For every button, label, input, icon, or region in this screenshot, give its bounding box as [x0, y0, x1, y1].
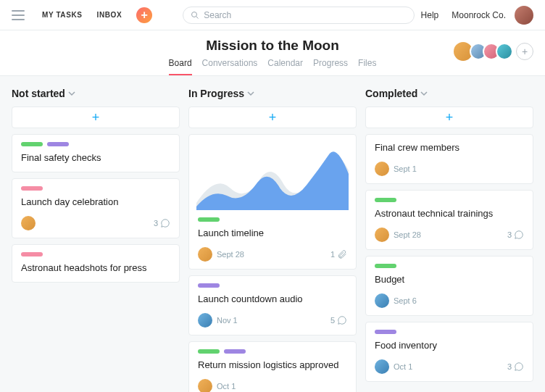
comment-icon: [514, 230, 524, 240]
assignee-avatar: [198, 379, 212, 392]
count: 5: [330, 316, 335, 325]
card-date: Sept 28: [394, 230, 421, 239]
org-name[interactable]: Moonrock Co.: [452, 10, 506, 20]
card-title: Budget: [375, 274, 524, 286]
comment-count: 3: [154, 218, 170, 228]
tab-files[interactable]: Files: [358, 58, 376, 75]
card-date: Oct 1: [217, 382, 236, 391]
project-header: Mission to the Moon Board Conversations …: [0, 30, 545, 76]
card[interactable]: Food inventory Oct 1 3: [365, 322, 533, 382]
card-title: Astronaut headshots for press: [21, 262, 170, 275]
search-input[interactable]: Search: [183, 7, 415, 24]
card-date: Nov 1: [217, 316, 238, 325]
comment-count: 5: [330, 315, 347, 325]
card[interactable]: Return mission logistics approved Oct 1: [188, 341, 357, 392]
avatar[interactable]: [515, 6, 533, 25]
tag-green: [198, 349, 220, 354]
assignee-avatar: [375, 359, 389, 374]
assignee-avatar: [198, 247, 212, 262]
card-title: Launch timeline: [198, 228, 347, 240]
card-date: Sept 6: [394, 296, 417, 305]
attachment-count: 1: [330, 249, 347, 259]
card[interactable]: Launch day celebration 3: [12, 178, 180, 238]
card[interactable]: Final crew members Sept 1: [365, 134, 533, 184]
card-date: Sept 28: [217, 250, 244, 259]
tag-pink: [21, 186, 43, 191]
tab-calendar[interactable]: Calendar: [267, 58, 303, 75]
column-completed: Completed + Final crew members Sept 1 As…: [365, 88, 533, 392]
search-icon: [191, 11, 199, 20]
tab-progress[interactable]: Progress: [313, 58, 348, 75]
svg-point-0: [192, 12, 197, 17]
card-date: Sept 1: [394, 164, 417, 173]
card[interactable]: Budget Sept 6: [365, 256, 533, 316]
add-card-button[interactable]: +: [12, 107, 180, 128]
board: Not started + Final safety checks Launch…: [0, 76, 545, 392]
comment-icon: [160, 218, 170, 228]
assignee-avatar: [198, 313, 212, 328]
column-header[interactable]: In Progress: [188, 88, 357, 99]
assignee-avatar: [375, 162, 389, 176]
count: 3: [154, 219, 158, 228]
column-header[interactable]: Completed: [365, 88, 533, 99]
column-header[interactable]: Not started: [12, 88, 180, 99]
comment-icon: [337, 315, 347, 325]
add-member-button[interactable]: +: [516, 43, 533, 60]
count: 1: [330, 250, 335, 259]
create-button[interactable]: +: [136, 7, 152, 23]
tag-green: [198, 217, 220, 222]
tag-purple: [375, 330, 396, 334]
attachment-icon: [337, 249, 347, 259]
tabs: Board Conversations Calendar Progress Fi…: [12, 58, 533, 75]
card-title: Final crew members: [375, 142, 524, 154]
tag-green: [375, 264, 396, 268]
search-placeholder: Search: [204, 10, 231, 20]
tag-pink: [21, 252, 43, 257]
tab-board[interactable]: Board: [169, 58, 192, 75]
card[interactable]: Final safety checks: [12, 134, 180, 172]
top-nav: MY TASKS INBOX + Search Help Moonrock Co…: [0, 0, 545, 30]
search-wrap: Search: [183, 7, 415, 24]
tab-conversations[interactable]: Conversations: [202, 58, 258, 75]
column-in-progress: In Progress + Launch timeline Sept 28 1: [188, 88, 357, 392]
help-link[interactable]: Help: [421, 10, 439, 20]
card-title: Return mission logistics approved: [198, 359, 347, 372]
column-title: Completed: [365, 88, 417, 99]
project-members: +: [457, 41, 533, 62]
nav-inbox[interactable]: INBOX: [97, 11, 122, 19]
comment-count: 3: [507, 362, 524, 372]
card-title: Launch countdown audio: [198, 293, 347, 306]
tag-purple: [224, 349, 246, 354]
tag-green: [375, 198, 396, 202]
assignee-avatar: [375, 228, 389, 242]
chevron-down-icon: [68, 90, 75, 97]
comment-count: 3: [507, 230, 524, 240]
card-title: Launch day celebration: [21, 196, 170, 209]
member-avatar[interactable]: [496, 43, 513, 60]
card[interactable]: Astronaut technical trainings Sept 28 3: [365, 190, 533, 250]
tag-purple: [198, 283, 220, 288]
add-card-button[interactable]: +: [365, 107, 533, 128]
add-card-button[interactable]: +: [188, 107, 357, 128]
svg-line-1: [196, 16, 199, 18]
card[interactable]: Launch countdown audio Nov 1 5: [188, 275, 357, 335]
tag-purple: [47, 142, 69, 146]
chevron-down-icon: [420, 90, 428, 97]
count: 3: [507, 230, 512, 239]
column-title: In Progress: [188, 88, 244, 99]
card-title: Final safety checks: [21, 152, 170, 164]
assignee-avatar: [21, 216, 36, 230]
card[interactable]: Astronaut headshots for press: [12, 244, 180, 283]
card-title: Astronaut technical trainings: [375, 208, 524, 220]
assignee-avatar: [375, 293, 389, 308]
column-not-started: Not started + Final safety checks Launch…: [12, 88, 180, 392]
nav-my-tasks[interactable]: MY TASKS: [42, 11, 83, 19]
menu-icon[interactable]: [12, 10, 25, 20]
column-title: Not started: [12, 88, 65, 99]
card[interactable]: Launch timeline Sept 28 1: [188, 134, 357, 270]
card-title: Food inventory: [375, 340, 524, 352]
comment-icon: [514, 362, 524, 372]
count: 3: [507, 362, 512, 371]
card-date: Oct 1: [394, 362, 412, 371]
chevron-down-icon: [247, 90, 254, 97]
